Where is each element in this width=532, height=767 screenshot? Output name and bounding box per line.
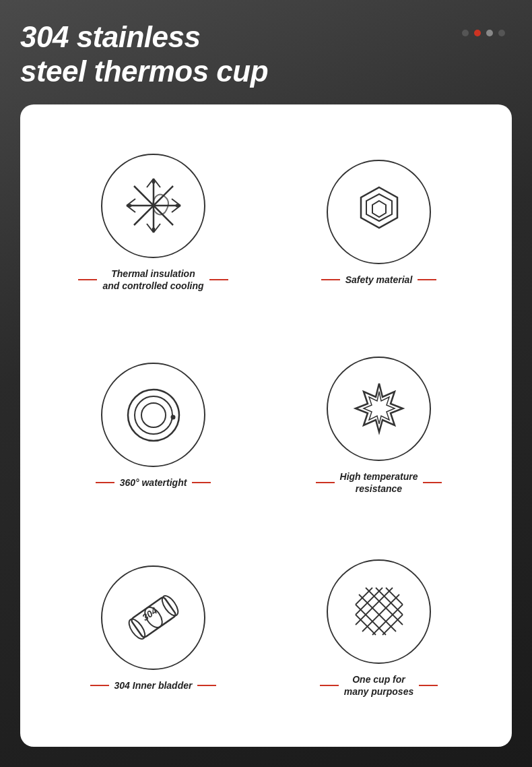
feature-safety: Safety material bbox=[273, 125, 485, 321]
svg-point-14 bbox=[152, 181, 155, 184]
label-line-right bbox=[418, 279, 436, 280]
dot-2 bbox=[474, 30, 481, 36]
svg-point-24 bbox=[170, 415, 175, 419]
svg-marker-26 bbox=[364, 392, 395, 424]
hightemp-label-row: High temperatureresistance bbox=[316, 470, 442, 495]
bladder-icon-circle: 304 bbox=[101, 565, 205, 670]
svg-point-21 bbox=[128, 390, 179, 441]
thermal-label: Thermal insulationand controlled cooling bbox=[102, 268, 203, 292]
multipurpose-label-row: One cup formany purposes bbox=[320, 673, 438, 698]
feature-bladder: 304 304 Inner bladder bbox=[47, 530, 259, 727]
svg-text:304: 304 bbox=[139, 605, 158, 623]
label-line-left bbox=[320, 685, 339, 686]
watertight-label-row: 360° watertight bbox=[96, 477, 211, 489]
svg-marker-20 bbox=[372, 201, 386, 217]
feature-hightemp: High temperatureresistance bbox=[273, 328, 485, 524]
watertight-label: 360° watertight bbox=[120, 477, 187, 489]
feature-multipurpose: One cup formany purposes bbox=[273, 530, 485, 727]
svg-point-22 bbox=[135, 396, 172, 434]
label-line-right bbox=[209, 279, 228, 280]
bladder-label-row: 304 Inner bladder bbox=[90, 679, 217, 692]
safety-icon-circle bbox=[327, 160, 431, 264]
hightemp-label: High temperatureresistance bbox=[340, 470, 418, 495]
multipurpose-icon-circle bbox=[327, 559, 431, 664]
label-line-left bbox=[78, 279, 97, 280]
hightemp-icon-circle bbox=[327, 357, 431, 461]
svg-point-15 bbox=[152, 228, 155, 231]
page-title: 304 stainless steel thermos cup bbox=[20, 20, 268, 88]
feature-watertight: 360° watertight bbox=[47, 328, 259, 524]
svg-point-13 bbox=[152, 204, 156, 208]
svg-line-42 bbox=[383, 615, 403, 635]
svg-point-16 bbox=[128, 204, 131, 208]
svg-point-23 bbox=[141, 403, 166, 427]
dot-1 bbox=[462, 30, 469, 36]
multipurpose-label: One cup formany purposes bbox=[344, 673, 413, 698]
label-line-right bbox=[192, 482, 211, 483]
dot-3 bbox=[486, 30, 493, 36]
label-line-left bbox=[96, 482, 114, 483]
svg-marker-25 bbox=[356, 384, 403, 432]
label-line-right bbox=[197, 685, 216, 686]
watertight-icon-circle bbox=[101, 363, 205, 467]
svg-point-17 bbox=[175, 204, 178, 208]
feature-thermal: Thermal insulationand controlled cooling bbox=[47, 125, 259, 321]
features-card: Thermal insulationand controlled cooling… bbox=[20, 104, 512, 747]
label-line-left bbox=[90, 685, 109, 686]
header: 304 stainless steel thermos cup bbox=[20, 20, 512, 88]
dot-4 bbox=[498, 30, 505, 36]
label-line-left bbox=[316, 482, 335, 483]
label-line-left bbox=[321, 279, 340, 280]
svg-line-43 bbox=[356, 588, 372, 605]
svg-line-35 bbox=[356, 615, 376, 635]
safety-label: Safety material bbox=[345, 274, 413, 286]
safety-label-row: Safety material bbox=[321, 274, 437, 286]
label-line-right bbox=[423, 482, 442, 483]
thermal-label-row: Thermal insulationand controlled cooling bbox=[78, 268, 228, 292]
label-line-right bbox=[419, 685, 438, 686]
bladder-label: 304 Inner bladder bbox=[114, 679, 193, 692]
thermal-icon-circle bbox=[101, 154, 205, 258]
dot-indicators bbox=[462, 20, 512, 36]
svg-line-37 bbox=[386, 588, 403, 605]
